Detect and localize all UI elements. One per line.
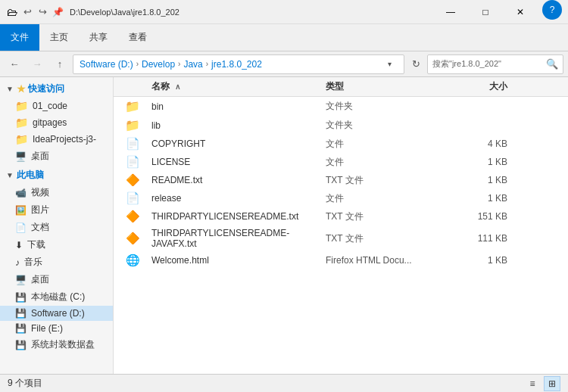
- file-name-cell: COPYRIGHT: [151, 138, 326, 149]
- drive-e-icon: 💾: [15, 323, 27, 334]
- sidebar-item-local-c[interactable]: 💾 本地磁盘 (C:): [0, 288, 113, 306]
- titlebar-controls: — □ ✕ ?: [433, 0, 562, 24]
- sidebar-item-videos[interactable]: 📹 视频: [0, 184, 113, 201]
- chevron-quickaccess: ▼: [6, 85, 14, 93]
- sidebar-item-documents[interactable]: 📄 文档: [0, 219, 113, 236]
- maximize-btn[interactable]: □: [468, 0, 503, 24]
- sidebar-item-gitpages[interactable]: 📁 gitpages: [0, 114, 113, 131]
- sidebar-item-desktop1[interactable]: 🖥️ 桌面: [0, 148, 113, 165]
- file-type-cell: TXT 文件: [326, 232, 447, 245]
- tab-file[interactable]: 文件: [0, 24, 39, 51]
- file-size-cell: 1 KB: [447, 193, 523, 204]
- sidebar-item-01code[interactable]: 📁 01_code: [0, 98, 113, 114]
- file-name-cell: bin: [151, 101, 326, 112]
- close-btn[interactable]: ✕: [503, 0, 538, 24]
- sidebar-item-sys-disk[interactable]: 💾 系统封装数据盘: [0, 336, 113, 353]
- list-view-btn[interactable]: ≡: [524, 376, 541, 391]
- sidebar-item-file-e[interactable]: 💾 File (E:): [0, 321, 113, 336]
- file-icon-cell: 📁: [114, 99, 151, 114]
- folder-icon-ideaprojects: 📁: [15, 133, 28, 145]
- search-icon[interactable]: 🔍: [546, 58, 558, 70]
- sidebar-section-quickaccess: ▼ ★ 快速访问 📁 01_code 📁 gitpages 📁 IdeaProj…: [0, 80, 113, 165]
- table-row[interactable]: 📄 release 文件 1 KB: [114, 189, 568, 207]
- navbar: ← → ↑ Software (D:) › Develop › Java › j…: [0, 51, 568, 77]
- file-name-cell: release: [151, 193, 326, 204]
- file-name-cell: lib: [151, 120, 326, 131]
- html-icon: 🌐: [126, 254, 140, 267]
- sidebar-item-software-d[interactable]: 💾 Software (D:): [0, 306, 113, 321]
- main-area: ▼ ★ 快速访问 📁 01_code 📁 gitpages 📁 IdeaProj…: [0, 77, 568, 374]
- file-type-cell: 文件: [326, 138, 447, 151]
- detail-view-btn[interactable]: ⊞: [544, 376, 560, 391]
- breadcrumb-java[interactable]: Java: [183, 59, 202, 70]
- up-btn[interactable]: ↑: [50, 54, 70, 74]
- table-row[interactable]: 🔶 README.txt TXT 文件 1 KB: [114, 171, 568, 189]
- table-row[interactable]: 📄 LICENSE 文件 1 KB: [114, 153, 568, 171]
- folder-icon: 📁: [125, 118, 140, 132]
- txt-icon: 🔶: [126, 173, 140, 187]
- tab-share[interactable]: 共享: [79, 24, 118, 51]
- sidebar-header-quickaccess[interactable]: ▼ ★ 快速访问: [0, 80, 113, 98]
- minimize-btn[interactable]: —: [433, 0, 468, 24]
- sidebar-section-thispc: ▼ 此电脑 📹 视频 🖼️ 图片 📄 文档 ⬇ 下载 ♪ 音乐: [0, 166, 113, 353]
- statusbar: 9 个项目 ≡ ⊞: [0, 374, 568, 392]
- statusbar-views: ≡ ⊞: [524, 376, 560, 391]
- undo-btn[interactable]: ↩: [21, 6, 33, 18]
- documents-icon: 📄: [15, 222, 27, 233]
- breadcrumb-develop[interactable]: Develop: [142, 59, 175, 70]
- breadcrumb-software[interactable]: Software (D:): [80, 59, 133, 70]
- file-size-cell: 4 KB: [447, 138, 523, 149]
- redo-btn[interactable]: ↪: [36, 6, 48, 18]
- address-bar[interactable]: Software (D:) › Develop › Java › jre1.8.…: [73, 54, 404, 74]
- file-list-header: 名称 ∧ 类型 大小: [114, 77, 568, 97]
- back-btn[interactable]: ←: [5, 54, 24, 74]
- breadcrumb: Software (D:) › Develop › Java › jre1.8.…: [80, 59, 376, 70]
- file-icon: 📄: [126, 155, 140, 169]
- col-name-header[interactable]: 名称 ∧: [114, 80, 326, 93]
- table-row[interactable]: 📁 bin 文件夹: [114, 97, 568, 116]
- folder-icon: 📁: [125, 99, 140, 114]
- title-path: D:\Develop\Java\jre1.8.0_202: [70, 8, 179, 17]
- file-size-cell: 1 KB: [447, 175, 523, 185]
- col-type-header[interactable]: 类型: [326, 80, 447, 93]
- file-size-cell: 151 KB: [447, 211, 523, 222]
- tab-home[interactable]: 主页: [39, 24, 79, 51]
- table-row[interactable]: 🌐 Welcome.html Firefox HTML Docu... 1 KB: [114, 251, 568, 269]
- file-icon-cell: 🔶: [114, 210, 151, 223]
- pin-btn[interactable]: 📌: [51, 6, 64, 18]
- col-size-header[interactable]: 大小: [447, 80, 523, 93]
- desktop-icon-1: 🖥️: [15, 151, 27, 162]
- sidebar-item-music[interactable]: ♪ 音乐: [0, 254, 113, 271]
- sidebar-item-ideaprojects[interactable]: 📁 IdeaProjects-j3-: [0, 131, 113, 148]
- music-icon: ♪: [15, 257, 20, 268]
- status-count: 9 个项目: [8, 377, 42, 390]
- pictures-icon: 🖼️: [15, 205, 27, 216]
- file-icon-cell: 📄: [114, 191, 151, 205]
- sidebar-item-pictures[interactable]: 🖼️ 图片: [0, 201, 113, 219]
- file-type-cell: 文件夹: [326, 119, 447, 132]
- file-icon-cell: 📄: [114, 155, 151, 169]
- table-row[interactable]: 🔶 THIRDPARTYLICENSEREADME-JAVAFX.txt TXT…: [114, 226, 568, 251]
- sidebar-item-downloads[interactable]: ⬇ 下载: [0, 236, 113, 254]
- sidebar-header-thispc[interactable]: ▼ 此电脑: [0, 166, 113, 184]
- search-bar[interactable]: 搜索"jre1.8.0_202" 🔍: [427, 54, 563, 74]
- desktop-icon-2: 🖥️: [15, 275, 27, 285]
- forward-btn[interactable]: →: [27, 54, 47, 74]
- help-btn[interactable]: ?: [542, 0, 562, 20]
- file-name-cell: THIRDPARTYLICENSEREADME.txt: [151, 211, 326, 222]
- table-row[interactable]: 📁 lib 文件夹: [114, 116, 568, 135]
- sys-disk-icon: 💾: [15, 340, 27, 350]
- sidebar: ▼ ★ 快速访问 📁 01_code 📁 gitpages 📁 IdeaProj…: [0, 77, 114, 374]
- table-row[interactable]: 📄 COPYRIGHT 文件 4 KB: [114, 135, 568, 153]
- table-row[interactable]: 🔶 THIRDPARTYLICENSEREADME.txt TXT 文件 151…: [114, 207, 568, 226]
- file-icon-cell: 🔶: [114, 173, 151, 187]
- titlebar-icons: 🗁 ↩ ↪ 📌 D:\Develop\Java\jre1.8.0_202: [6, 6, 179, 18]
- refresh-btn[interactable]: ↻: [407, 56, 424, 73]
- downloads-icon: ⬇: [15, 240, 23, 250]
- file-type-cell: Firefox HTML Docu...: [326, 255, 447, 266]
- tab-view[interactable]: 查看: [118, 24, 158, 51]
- sidebar-item-desktop2[interactable]: 🖥️ 桌面: [0, 271, 113, 288]
- address-dropdown-btn[interactable]: ▾: [381, 56, 398, 73]
- file-icon: 📄: [126, 137, 140, 151]
- breadcrumb-jre[interactable]: jre1.8.0_202: [211, 59, 262, 70]
